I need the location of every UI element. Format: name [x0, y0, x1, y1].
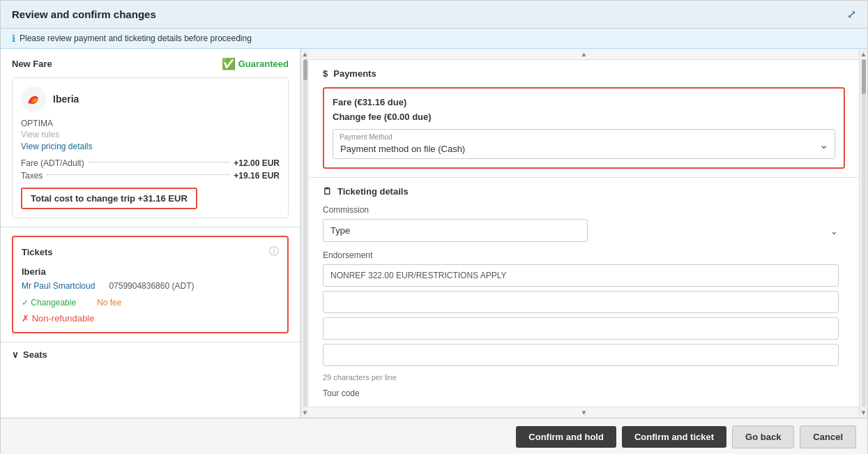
- fare-label: New Fare: [12, 59, 52, 69]
- no-fee-value: No fee: [97, 298, 121, 308]
- tour-code-label: Tour code: [323, 388, 845, 398]
- x-icon: ✗: [22, 313, 32, 324]
- seats-text: Seats: [23, 349, 47, 360]
- confirm-hold-button[interactable]: Confirm and hold: [516, 426, 616, 448]
- chevron-down-icon: ∨: [12, 349, 19, 360]
- endorsement-label: Endorsement: [323, 250, 845, 260]
- modal-container: Review and confirm changes ⤢ ℹ Please re…: [0, 0, 868, 454]
- left-panel: New Fare ✅ Guaranteed: [1, 49, 300, 418]
- total-cost-box: Total cost to change trip +31.16 EUR: [21, 188, 197, 209]
- view-rules-text: View rules: [21, 130, 280, 139]
- right-scrollbar[interactable]: ▲ ▼: [859, 49, 867, 418]
- fare-line-taxes: Taxes +19.16 EUR: [21, 171, 280, 181]
- go-back-button[interactable]: Go back: [732, 425, 794, 448]
- fare-header: New Fare ✅ Guaranteed: [12, 57, 289, 70]
- ticketing-title: Ticketing details: [337, 186, 409, 197]
- info-banner: ℹ Please review payment and ticketing de…: [1, 29, 867, 49]
- payment-method-select[interactable]: Payment method on file (Cash): [333, 129, 835, 159]
- dots-2: [47, 174, 229, 175]
- right-scroll-down[interactable]: ▼: [309, 407, 859, 418]
- change-fee-label: Change fee (€0.00 due): [333, 112, 835, 122]
- no-fee-label: No fee: [97, 298, 121, 308]
- right-scroll-track: [862, 59, 866, 407]
- guaranteed-label: Guaranteed: [238, 59, 289, 69]
- guaranteed-badge: ✅ Guaranteed: [222, 57, 289, 70]
- taxes-label: Taxes: [21, 171, 43, 181]
- payment-method-group: Payment Method Payment method on file (C…: [333, 129, 835, 159]
- airline-name: Iberia: [53, 93, 79, 105]
- payments-box: Fare (€31.16 due) Change fee (€0.00 due)…: [323, 87, 845, 169]
- seats-section[interactable]: ∨ Seats: [1, 342, 300, 367]
- tickets-section: Tickets ⓘ Iberia Mr Paul Smartcloud 0759…: [12, 236, 289, 333]
- dots-1: [89, 162, 230, 162]
- endorsement-field-2[interactable]: [323, 291, 839, 313]
- payment-method-wrapper: Payment Method Payment method on file (C…: [333, 129, 835, 159]
- fare-adt-label: Fare (ADT/Adult): [21, 158, 84, 168]
- commission-type-select[interactable]: Type: [323, 219, 588, 242]
- ticketing-header: 🗒 Ticketing details: [323, 186, 845, 197]
- check-circle-icon: ✅: [222, 57, 236, 70]
- scroll-track: [303, 59, 307, 407]
- fare-type: OPTIMA: [21, 119, 280, 128]
- modal-footer: Confirm and hold Confirm and ticket Go b…: [1, 418, 867, 454]
- ticket-number: 0759904836860 (ADT): [109, 281, 194, 291]
- collapse-icon[interactable]: ⤢: [847, 8, 856, 21]
- ticketing-section: 🗒 Ticketing details Commission Type ⌄ En…: [309, 178, 859, 407]
- right-scroll-down-btn[interactable]: ▼: [860, 409, 867, 416]
- fare-breakdown: Fare (ADT/Adult) +12.00 EUR Taxes +19.16…: [21, 158, 280, 181]
- left-scrollbar[interactable]: ▲ ▼: [300, 49, 309, 418]
- fare-due-label: Fare (€31.16 due): [333, 97, 835, 107]
- ticket-rules: ✓ Changeable No fee: [22, 298, 279, 308]
- document-icon: 🗒: [323, 186, 332, 197]
- right-scroll-up[interactable]: ▲: [309, 49, 859, 60]
- dollar-icon: $: [323, 68, 328, 79]
- fare-adt-amount: +12.00 EUR: [234, 158, 280, 168]
- fare-section: New Fare ✅ Guaranteed: [1, 49, 300, 227]
- payments-section: $ Payments Fare (€31.16 due) Change fee …: [309, 60, 859, 178]
- view-pricing-link[interactable]: View pricing details: [21, 142, 93, 151]
- ticket-passenger-row: Mr Paul Smartcloud 0759904836860 (ADT): [22, 281, 279, 291]
- endorsement-field-3[interactable]: [323, 317, 839, 340]
- payments-title: Payments: [333, 68, 376, 79]
- right-scroll-up-btn[interactable]: ▲: [860, 50, 867, 58]
- tickets-info-icon[interactable]: ⓘ: [269, 245, 279, 258]
- modal-header: Review and confirm changes ⤢: [1, 1, 867, 29]
- type-chevron-icon: ⌄: [830, 225, 838, 236]
- fare-line-adt: Fare (ADT/Adult) +12.00 EUR: [21, 158, 280, 168]
- changeable-rule: ✓ Changeable: [22, 298, 76, 308]
- modal-body: New Fare ✅ Guaranteed: [1, 49, 867, 418]
- confirm-ticket-button[interactable]: Confirm and ticket: [622, 426, 726, 448]
- non-refundable-row: ✗ Non-refundable: [22, 313, 279, 324]
- check-icon: ✓: [22, 298, 31, 308]
- seats-label: ∨ Seats: [12, 349, 47, 360]
- iberia-logo-icon: [21, 86, 46, 112]
- ticket-airline-name: Iberia: [22, 266, 279, 277]
- airline-row: Iberia: [21, 86, 280, 112]
- info-banner-text: Please review payment and ticketing deta…: [20, 33, 252, 43]
- fare-card: Iberia OPTIMA View rules View pricing de…: [12, 77, 289, 218]
- chars-per-line: 29 characters per line: [323, 373, 845, 381]
- passenger-name: Mr Paul Smartcloud: [22, 281, 95, 291]
- payments-header: $ Payments: [323, 68, 845, 79]
- changeable-label: Changeable: [31, 298, 76, 308]
- type-select-wrapper: Type ⌄: [323, 219, 845, 242]
- tickets-title: Tickets: [22, 247, 53, 257]
- scroll-thumb: [303, 59, 307, 80]
- right-scroll-thumb: [862, 59, 866, 94]
- info-icon: ℹ: [12, 33, 15, 44]
- endorsement-field-1[interactable]: [323, 264, 839, 287]
- right-panel: ▲ $ Payments Fare (€31.16 due) Change fe…: [309, 49, 859, 418]
- endorsement-field-4[interactable]: [323, 344, 839, 366]
- scroll-down-btn[interactable]: ▼: [302, 409, 309, 416]
- tickets-header: Tickets ⓘ: [22, 245, 279, 258]
- payment-method-label: Payment Method: [340, 133, 393, 141]
- non-refundable-label: Non-refundable: [32, 313, 95, 324]
- commission-label: Commission: [323, 205, 845, 215]
- cancel-button[interactable]: Cancel: [800, 425, 856, 448]
- taxes-amount: +19.16 EUR: [234, 171, 280, 181]
- scroll-up-btn[interactable]: ▲: [302, 50, 309, 58]
- modal-title: Review and confirm changes: [12, 8, 156, 20]
